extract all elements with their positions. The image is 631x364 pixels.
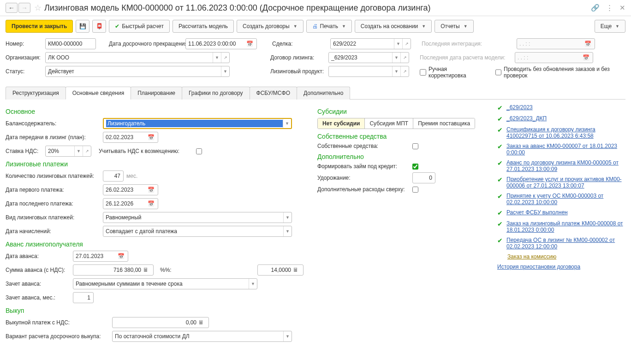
balance-input[interactable]: Лизингодатель▼ — [103, 118, 292, 129]
more-button[interactable]: Еще▼ — [595, 20, 625, 33]
quick-calc-button[interactable]: ✔Быстрый расчет — [109, 20, 170, 33]
org-input[interactable]: ЛК ООО▼↗ — [45, 52, 230, 63]
sub-header: Субсидии — [317, 108, 483, 115]
check-icon: ✔ — [497, 220, 503, 228]
open-icon[interactable]: ↗ — [400, 66, 409, 76]
own-checkbox[interactable] — [412, 143, 418, 149]
adv-date-input[interactable]: 27.01.2023📅 — [73, 251, 128, 262]
deal-label: Сделка: — [272, 41, 327, 47]
kind-input[interactable]: Равномерный▼ — [103, 212, 292, 223]
accr-label: Дата начислений: — [6, 228, 100, 235]
first-input[interactable]: 26.02.2023📅 — [103, 184, 158, 195]
adv-pct-input[interactable]: 14,0000🖩 — [257, 264, 304, 276]
last-calc-label: Последняя дата расчета модели: — [420, 54, 512, 61]
adv-mon-input[interactable]: 1 — [73, 292, 94, 303]
count-label: Количество лизинговых платежей: — [6, 173, 100, 179]
create-contracts-button[interactable]: Создать договоры▼ — [237, 20, 304, 33]
calc-icon[interactable]: 🖩 — [196, 319, 206, 326]
open-icon[interactable]: ↗ — [221, 53, 229, 63]
calendar-icon[interactable]: 📅 — [146, 200, 155, 207]
calc-icon[interactable]: 🖩 — [141, 267, 150, 273]
nochk-checkbox[interactable] — [495, 69, 501, 76]
adv-off-input[interactable]: Равномерными суммами в течение срока▼ — [73, 278, 257, 289]
deal-input[interactable]: 629/2022▼↗ — [330, 38, 411, 49]
link-item[interactable]: Заказ на аванс КМ00-000007 от 18.01.2023… — [506, 143, 625, 156]
calc-icon[interactable]: 🖩 — [291, 267, 300, 273]
link-item[interactable]: _629/2023 — [506, 104, 533, 111]
status-input[interactable]: Действует▼ — [45, 66, 230, 77]
link-commission[interactable]: Заказ на комиссию — [507, 253, 556, 260]
vat-checkbox[interactable] — [196, 148, 202, 154]
kind-label: Вид лизинговых платежей: — [6, 214, 100, 221]
link-item[interactable]: Приобретение услуг и прочих активов КМ00… — [506, 176, 625, 189]
link-item[interactable]: Заказ на лизинговый платеж КМ00-000008 о… — [506, 220, 625, 233]
adv-sum-input[interactable]: 716 380,00🖩 — [73, 264, 154, 276]
product-input[interactable]: ▼↗ — [328, 66, 409, 77]
link-item[interactable]: _629/2023_ДКП — [506, 115, 547, 122]
top-checkbox[interactable] — [412, 187, 418, 193]
print-button[interactable]: 🖨Печать▼ — [306, 20, 352, 33]
adv-mon-label: Зачет аванса, мес.: — [6, 294, 70, 301]
save-button[interactable]: 💾 — [76, 20, 89, 33]
create-based-button[interactable]: Создать на основании▼ — [355, 20, 432, 33]
link-item[interactable]: Передача ОС в лизинг № КМ00-000002 от 02… — [506, 237, 625, 250]
check-icon: ✔ — [497, 193, 503, 200]
calendar-icon[interactable]: 📅 — [245, 41, 254, 47]
manual-checkbox[interactable] — [420, 69, 426, 76]
post-close-button[interactable]: Провести и закрыть — [6, 20, 73, 33]
sub-opt-premium[interactable]: Премия поставщика — [413, 118, 475, 129]
tab-restructure[interactable]: Реструктуризация — [6, 87, 66, 100]
number-input[interactable]: КМ00-000000 — [45, 38, 96, 49]
contract-label: Договор лизинга: — [270, 54, 326, 61]
transfer-input[interactable]: 02.02.2023📅 — [103, 132, 158, 143]
link-history[interactable]: История приостановки договора — [497, 264, 625, 270]
nav-fwd[interactable]: → — [18, 3, 30, 13]
tab-schedules[interactable]: Графики по договору — [182, 87, 250, 100]
calendar-icon: 📅 — [583, 41, 592, 47]
sub-opt-none[interactable]: Нет субсидии — [318, 118, 365, 129]
link-item[interactable]: Расчет ФСБУ выполнен — [506, 209, 568, 216]
tab-fsbu[interactable]: ФСБУ/МСФО — [250, 87, 297, 100]
calendar-icon[interactable]: 📅 — [116, 253, 125, 259]
calc-model-button[interactable]: Рассчитать модель — [173, 20, 234, 33]
contract-input[interactable]: _629/2023▼↗ — [328, 52, 409, 63]
link-item[interactable]: Аванс по договору лизинга КМ00-000005 от… — [506, 159, 625, 172]
adv-pct-label: %%: — [160, 267, 255, 273]
open-icon[interactable]: ↗ — [400, 53, 409, 63]
vat-input[interactable]: 20%▼↗ — [45, 146, 91, 157]
last-int-label: Последняя интеграция: — [422, 41, 514, 47]
star-icon[interactable]: ☆ — [34, 3, 42, 13]
nav-back[interactable]: ← — [6, 3, 18, 13]
last-calc-input: . . : :📅 — [515, 52, 593, 63]
buy-sum-input[interactable]: 0,00🖩 — [112, 317, 209, 328]
calendar-icon[interactable]: 📅 — [146, 134, 155, 141]
tab-planning[interactable]: Планирование — [131, 87, 182, 100]
open-icon[interactable]: ↗ — [402, 39, 411, 49]
buy-var-input[interactable]: По остаточной стоимости ДЛ▼ — [112, 331, 292, 342]
related-links: ✔_629/2023 ✔_629/2023_ДКП ✔Спецификация … — [497, 104, 625, 345]
sub-opt-mpt[interactable]: Субсидия МПТ — [365, 118, 413, 129]
last-int-input: . . : :📅 — [517, 38, 595, 49]
post-button[interactable]: 📮 — [92, 20, 106, 33]
calendar-icon[interactable]: 📅 — [146, 187, 155, 193]
link-icon[interactable]: 🔗 — [591, 4, 600, 12]
loan-checkbox[interactable] — [412, 164, 418, 170]
tab-extra[interactable]: Дополнительно — [297, 87, 350, 100]
adv-off-label: Зачет аванса: — [6, 281, 70, 287]
open-icon[interactable]: ↗ — [83, 146, 91, 156]
top-label: Дополнительные расходы сверху: — [317, 186, 410, 193]
appr-input[interactable]: 0 — [412, 172, 435, 183]
accr-input[interactable]: Совпадает с датой платежа▼ — [103, 226, 292, 237]
reports-button[interactable]: Отчеты▼ — [435, 20, 473, 33]
link-item[interactable]: Принятие к учету ОС КМ00-000003 от 02.02… — [506, 193, 625, 205]
balance-label: Балансодержатель: — [6, 120, 100, 127]
create-contracts-label: Создать договоры — [243, 23, 290, 29]
count-input[interactable]: 47 — [103, 170, 124, 182]
more-icon[interactable]: ⋮ — [606, 4, 613, 12]
last-input[interactable]: 26.12.2026📅 — [103, 198, 158, 209]
term-date-input[interactable]: 11.06.2023 0:00:00📅 — [185, 38, 257, 49]
tab-main[interactable]: Основные сведения — [65, 87, 131, 100]
buy-sum-label: Выкупной платеж с НДС: — [6, 319, 109, 326]
close-icon[interactable]: ✕ — [619, 4, 625, 12]
link-item[interactable]: Спецификация к договору лизинга 41002297… — [506, 126, 625, 139]
